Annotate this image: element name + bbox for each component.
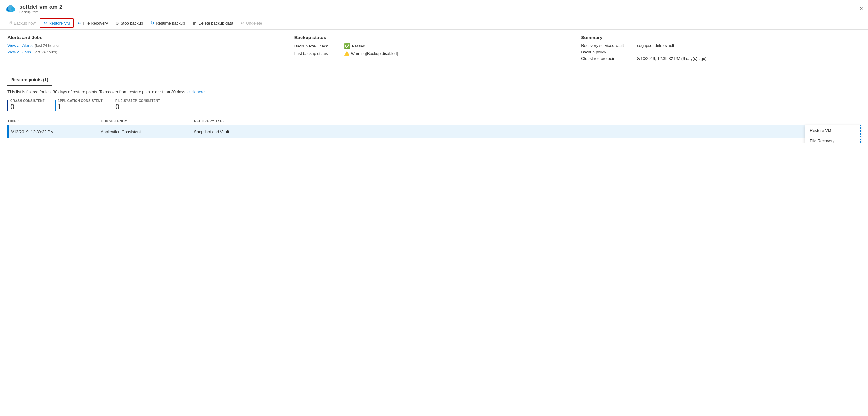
context-file-recovery[interactable]: File Recovery xyxy=(805,136,860,143)
vault-value[interactable]: sogupsoftdeletevault xyxy=(637,43,674,48)
fs-consistent-item: FILE-SYSTEM CONSISTENT 0 xyxy=(113,99,160,111)
crash-consistent-count: 0 xyxy=(10,102,45,111)
resume-backup-label: Resume backup xyxy=(156,21,185,26)
backup-now-button[interactable]: ↺ Backup now xyxy=(5,19,39,27)
filter-note: This list is filtered for last 30 days o… xyxy=(7,90,861,94)
backup-status-title: Backup status xyxy=(294,35,574,40)
policy-value: – xyxy=(637,50,639,54)
app-consistent-count: 1 xyxy=(58,102,102,111)
restore-vm-label: Restore VM xyxy=(49,21,70,26)
stop-backup-button[interactable]: ⊘ Stop backup xyxy=(112,19,147,27)
undelete-label: Undelete xyxy=(246,21,262,26)
crash-consistent-label: CRASH CONSISTENT xyxy=(10,99,45,102)
pre-check-label: Backup Pre-Check xyxy=(294,44,344,48)
section-divider xyxy=(7,70,861,70)
recovery-type-cell: Snapshot and Vault xyxy=(194,130,842,134)
delete-backup-button[interactable]: 🗑 Delete backup data xyxy=(189,19,237,27)
page-title: softdel-vm-am-2 xyxy=(19,4,62,10)
jobs-note: (last 24 hours) xyxy=(33,50,57,54)
recovery-type-sort-icon[interactable]: ↕ xyxy=(226,119,228,123)
cloud-icon xyxy=(5,3,16,14)
vault-label: Recovery services vault xyxy=(581,43,637,48)
delete-backup-icon: 🗑 xyxy=(192,21,197,26)
alerts-jobs-title: Alerts and Jobs xyxy=(7,35,287,40)
crash-consistent-bar xyxy=(7,100,8,111)
time-sort-icon[interactable]: ↕ xyxy=(18,119,19,123)
title-bar: softdel-vm-am-2 Backup Item × xyxy=(0,0,868,16)
warning-icon: ⚠️ xyxy=(344,51,349,56)
file-recovery-label: File Recovery xyxy=(83,21,107,26)
undelete-icon: ↩ xyxy=(241,21,244,26)
consistency-sort-icon[interactable]: ↕ xyxy=(128,119,130,123)
backup-status-section: Backup status Backup Pre-Check ✅ Passed … xyxy=(294,35,574,63)
resume-backup-icon: ↻ xyxy=(151,21,154,26)
table-row-wrapper: 8/13/2019, 12:39:32 PM Application Consi… xyxy=(7,125,861,138)
consistency-cell: Application Consistent xyxy=(101,130,194,134)
restore-vm-icon: ↩ xyxy=(43,21,47,26)
app-consistent-bar xyxy=(55,100,56,111)
consistency-header: CONSISTENCY ↕ xyxy=(101,119,194,123)
consistency-indicators: CRASH CONSISTENT 0 APPLICATION CONSISTEN… xyxy=(7,99,861,111)
info-sections: Alerts and Jobs View all Alerts (last 24… xyxy=(7,35,861,63)
page-subtitle: Backup Item xyxy=(19,10,62,14)
filter-link[interactable]: click here. xyxy=(187,90,206,94)
toolbar: ↺ Backup now ↩ Restore VM ↩ File Recover… xyxy=(0,16,868,30)
fs-consistent-count: 0 xyxy=(115,102,160,111)
delete-backup-label: Delete backup data xyxy=(198,21,233,26)
undelete-button[interactable]: ↩ Undelete xyxy=(237,19,266,27)
stop-backup-label: Stop backup xyxy=(121,21,143,26)
last-backup-value: Warning(Backup disabled) xyxy=(351,51,398,56)
app-consistent-label: APPLICATION CONSISTENT xyxy=(58,99,102,102)
restore-points-tab[interactable]: Restore points (1) xyxy=(7,75,52,86)
backup-now-label: Backup now xyxy=(14,21,36,26)
crash-consistent-item: CRASH CONSISTENT 0 xyxy=(7,99,45,111)
app-consistent-item: APPLICATION CONSISTENT 1 xyxy=(55,99,102,111)
context-menu: Restore VM File Recovery xyxy=(805,125,861,143)
time-cell: 8/13/2019, 12:39:32 PM xyxy=(7,130,101,134)
file-recovery-icon: ↩ xyxy=(78,21,82,26)
policy-label: Backup policy xyxy=(581,50,637,54)
summary-title: Summary xyxy=(581,35,861,40)
view-all-jobs-link[interactable]: View all Jobs xyxy=(7,50,31,54)
fs-consistent-bar xyxy=(113,100,114,111)
alerts-note: (last 24 hours) xyxy=(35,43,59,48)
fs-consistent-label: FILE-SYSTEM CONSISTENT xyxy=(115,99,160,102)
main-content: Alerts and Jobs View all Alerts (last 24… xyxy=(0,30,868,143)
table-row[interactable]: 8/13/2019, 12:39:32 PM Application Consi… xyxy=(7,125,861,138)
pre-check-value: Passed xyxy=(352,44,365,48)
last-backup-label: Last backup status xyxy=(294,51,344,56)
table-header: TIME ↕ CONSISTENCY ↕ RECOVERY TYPE ↕ xyxy=(7,117,861,125)
stop-backup-icon: ⊘ xyxy=(115,21,119,26)
restore-vm-button[interactable]: ↩ Restore VM xyxy=(40,18,74,28)
oldest-label: Oldest restore point xyxy=(581,56,637,61)
actions-header xyxy=(842,119,861,123)
resume-backup-button[interactable]: ↻ Resume backup xyxy=(147,19,188,27)
row-left-indicator xyxy=(7,125,9,138)
svg-point-3 xyxy=(11,7,15,11)
time-header: TIME ↕ xyxy=(7,119,101,123)
restore-points-table: TIME ↕ CONSISTENCY ↕ RECOVERY TYPE ↕ 8/1… xyxy=(7,117,861,138)
close-button[interactable]: × xyxy=(860,6,863,12)
oldest-value: 8/13/2019, 12:39:32 PM (9 day(s) ago) xyxy=(637,56,706,61)
summary-section: Summary Recovery services vault sogupsof… xyxy=(581,35,861,63)
last-backup-status: ⚠️ Warning(Backup disabled) xyxy=(344,51,398,56)
file-recovery-button[interactable]: ↩ File Recovery xyxy=(74,19,111,27)
context-restore-vm[interactable]: Restore VM xyxy=(805,126,860,136)
view-all-alerts-link[interactable]: View all Alerts xyxy=(7,43,33,48)
check-icon: ✅ xyxy=(344,43,350,49)
restore-points-tab-label: Restore points (1) xyxy=(11,77,48,82)
backup-now-icon: ↺ xyxy=(8,21,12,26)
recovery-type-header: RECOVERY TYPE ↕ xyxy=(194,119,842,123)
alerts-jobs-section: Alerts and Jobs View all Alerts (last 24… xyxy=(7,35,287,63)
pre-check-status: ✅ Passed xyxy=(344,43,365,49)
